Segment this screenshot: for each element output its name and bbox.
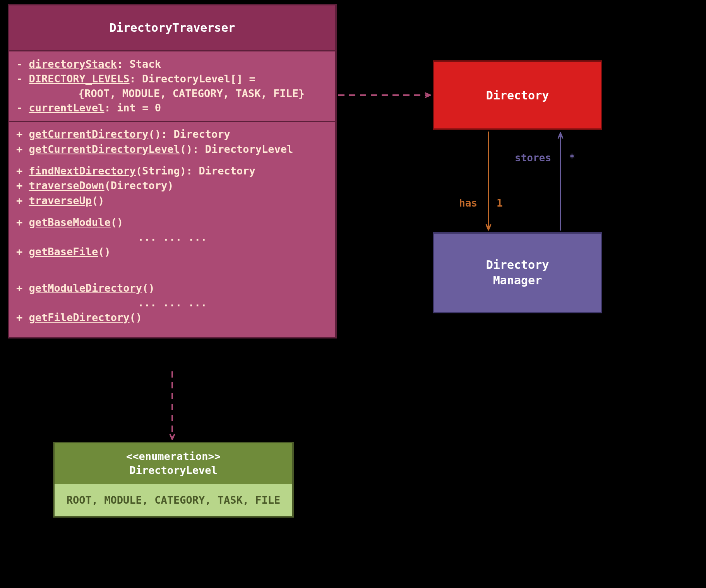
method-row: + traverseUp() [16, 193, 328, 208]
class-directory-level: <<enumeration>> DirectoryLevel ROOT, MOD… [53, 442, 294, 518]
stereotype: <<enumeration>> [58, 450, 288, 463]
class-methods: + getCurrentDirectory(): Directory + get… [9, 121, 335, 337]
method-row: + getBaseFile() [16, 244, 328, 259]
enum-values: ROOT, MODULE, CATEGORY, TASK, FILE [55, 484, 292, 516]
relation-label-stores: stores [515, 152, 551, 164]
relation-label-has: has [459, 197, 477, 209]
method-row: + getCurrentDirectory(): Directory [16, 127, 328, 142]
method-row: + getModuleDirectory() [16, 281, 328, 296]
class-title-line: Manager [486, 273, 549, 289]
attr-row: - currentLevel: int = 0 [16, 101, 328, 115]
relation-mult-has: 1 [497, 197, 503, 209]
class-title: DirectoryLevel [58, 463, 288, 477]
method-row: + getFileDirectory() [16, 310, 328, 325]
class-title: DirectoryTraverser [9, 5, 335, 50]
class-title: Directory [486, 89, 549, 102]
class-directory-traverser: DirectoryTraverser - directoryStack: Sta… [8, 4, 337, 338]
ellipsis: ... ... ... [16, 230, 328, 244]
attr-row: {ROOT, MODULE, CATEGORY, TASK, FILE} [16, 86, 328, 101]
class-header: <<enumeration>> DirectoryLevel [55, 443, 292, 484]
attr-row: - DIRECTORY_LEVELS: DirectoryLevel[] = [16, 72, 328, 86]
attr-row: - directoryStack: Stack [16, 57, 328, 72]
method-row: + getBaseModule() [16, 215, 328, 230]
method-row: + getCurrentDirectoryLevel(): DirectoryL… [16, 142, 328, 157]
ellipsis: ... ... ... [16, 296, 328, 310]
relation-mult-stores: * [569, 152, 575, 164]
method-row: + traverseDown(Directory) [16, 178, 328, 193]
method-row: + findNextDirectory(String): Directory [16, 164, 328, 178]
class-directory-manager: Directory Manager [433, 232, 602, 313]
class-title-line: Directory [486, 257, 549, 273]
class-directory: Directory [433, 60, 602, 130]
class-attributes: - directoryStack: Stack - DIRECTORY_LEVE… [9, 50, 335, 121]
